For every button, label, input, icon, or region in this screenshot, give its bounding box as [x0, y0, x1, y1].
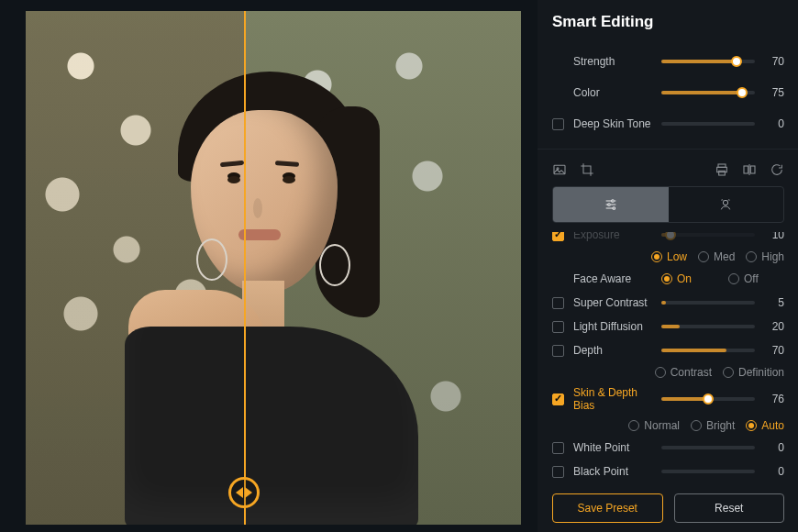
faceaware-on[interactable]: On	[661, 272, 692, 285]
slider-value: 70	[764, 55, 784, 68]
exposure-options: Low Med High	[651, 250, 784, 263]
exposure-high[interactable]: High	[746, 250, 784, 263]
exposure-low[interactable]: Low	[651, 250, 687, 263]
svg-rect-5	[744, 166, 748, 173]
tab-portrait[interactable]	[669, 187, 784, 222]
toolbar	[552, 162, 784, 177]
svg-point-7	[611, 200, 614, 203]
crop-icon[interactable]	[580, 162, 594, 177]
panel-title: Smart Editing	[552, 13, 784, 31]
comparison-divider	[244, 11, 246, 525]
deepskin-slider[interactable]	[661, 122, 755, 126]
whitepoint-slider[interactable]	[661, 446, 755, 449]
skinbias-slider[interactable]	[661, 397, 755, 401]
color-slider[interactable]	[661, 91, 755, 94]
slider-value: 10	[764, 232, 784, 241]
compare-icon[interactable]	[742, 162, 757, 177]
lightdiffusion-checkbox[interactable]	[552, 321, 564, 333]
slider-value: 70	[764, 344, 784, 357]
slider-label: Depth	[573, 344, 652, 357]
svg-point-10	[724, 200, 728, 205]
tab-adjustments[interactable]	[553, 187, 669, 222]
strength-slider[interactable]	[661, 60, 755, 63]
slider-label: Light Diffusion	[573, 320, 652, 333]
slider-label: Strength	[573, 55, 652, 68]
depth-options: Contrast Definition	[552, 366, 784, 379]
exposure-med[interactable]: Med	[698, 250, 735, 263]
slider-skinbias: Skin & Depth Bias 76	[552, 386, 784, 412]
comparison-photo	[26, 11, 521, 525]
slider-strength: Strength 70	[552, 53, 784, 70]
slider-value: 76	[764, 393, 784, 405]
rotate-icon[interactable]	[770, 162, 784, 177]
panel-actions: Save Preset Reset	[552, 493, 784, 523]
faceaware-row: Face Aware On Off	[552, 271, 784, 287]
depth-slider[interactable]	[661, 349, 755, 352]
whitepoint-checkbox[interactable]	[552, 442, 564, 454]
slider-label: Face Aware	[573, 272, 652, 285]
adjustments-list: ▶ Exposure 10 Low Med High Face Aware On…	[552, 232, 784, 486]
slider-label: Exposure	[573, 232, 652, 241]
image-icon[interactable]	[552, 162, 567, 177]
lightdiffusion-slider[interactable]	[661, 325, 755, 328]
exposure-checkbox[interactable]	[552, 232, 564, 241]
slider-color: Color 75	[552, 84, 784, 101]
slider-value: 0	[764, 465, 784, 478]
slider-label: Super Contrast	[573, 296, 652, 309]
reset-button[interactable]: Reset	[674, 493, 785, 523]
svg-rect-6	[750, 166, 755, 173]
photo-subject	[136, 55, 411, 495]
skin-auto[interactable]: Auto	[746, 419, 784, 432]
slider-value: 20	[764, 320, 784, 333]
slider-exposure: Exposure 10	[552, 232, 784, 243]
depth-definition[interactable]: Definition	[723, 366, 784, 379]
save-preset-button[interactable]: Save Preset	[552, 493, 663, 523]
slider-value: 75	[764, 86, 784, 99]
slider-label: Black Point	[573, 465, 652, 478]
skinbias-checkbox[interactable]	[552, 393, 564, 405]
slider-whitepoint: White Point 0	[552, 439, 784, 456]
supercontrast-checkbox[interactable]	[552, 297, 564, 309]
slider-blackpoint: Black Point 0	[552, 463, 784, 480]
deepskin-checkbox[interactable]	[552, 118, 564, 130]
skin-normal[interactable]: Normal	[628, 419, 680, 432]
svg-rect-4	[719, 171, 726, 175]
exposure-slider[interactable]	[661, 233, 755, 237]
slider-label: Skin & Depth Bias	[573, 386, 652, 412]
slider-deepskin: Deep Skin Tone 0	[552, 116, 784, 132]
slider-value: 0	[764, 117, 784, 130]
slider-label: Color	[573, 86, 652, 99]
slider-value: 0	[764, 441, 784, 454]
skin-bright[interactable]: Bright	[691, 419, 735, 432]
slider-depth: Depth 70	[552, 342, 784, 359]
blackpoint-slider[interactable]	[661, 470, 755, 473]
slider-value: 5	[764, 296, 784, 309]
slider-supercontrast: Super Contrast 5	[552, 294, 784, 311]
preview-pane	[0, 0, 538, 532]
depth-checkbox[interactable]	[552, 345, 564, 357]
smart-editing-panel: Smart Editing Strength 70 Color 75 Deep …	[538, 0, 798, 532]
slider-lightdiffusion: Light Diffusion 20	[552, 318, 784, 335]
faceaware-off[interactable]: Off	[728, 272, 759, 285]
slider-label: White Point	[573, 441, 652, 454]
skinbias-options: Normal Bright Auto	[552, 419, 784, 432]
supercontrast-slider[interactable]	[661, 301, 755, 305]
mode-tabs	[552, 186, 784, 223]
comparison-handle[interactable]	[228, 477, 260, 508]
depth-contrast[interactable]: Contrast	[655, 366, 712, 379]
slider-label: Deep Skin Tone	[573, 117, 652, 130]
blackpoint-checkbox[interactable]	[552, 466, 564, 478]
print-icon[interactable]	[715, 162, 729, 177]
svg-point-9	[613, 207, 615, 210]
svg-point-8	[607, 204, 610, 206]
